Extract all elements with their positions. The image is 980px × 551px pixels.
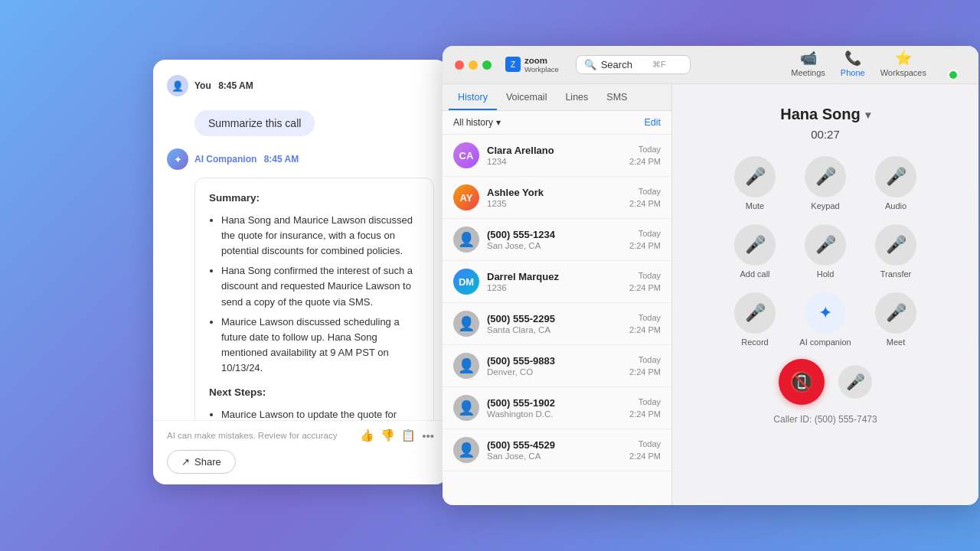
call-number: Denver, CO (487, 367, 622, 377)
tab-voicemail[interactable]: Voicemail (497, 84, 557, 110)
active-call-pane: Hana Song ▾ 00:27 🎤 Mute 🎤 Keypad 🎤 Audi… (672, 84, 978, 505)
call-time: Today2:24 PM (629, 227, 661, 253)
record-button[interactable]: 🎤 Record (728, 292, 782, 347)
add-call-label: Add call (740, 269, 769, 279)
summary-item-2: Hana Song confirmed the interest of such… (221, 263, 420, 309)
mute-label: Mute (746, 201, 764, 210)
tab-sms[interactable]: SMS (597, 84, 636, 110)
call-name: Darrel Marquez (487, 271, 622, 282)
filter-row: All history ▾ Edit (443, 111, 671, 135)
avatar: AY (453, 184, 479, 210)
nav-tab-workspaces[interactable]: ⭐ Workspaces (880, 50, 926, 80)
summary-list: Hana Song and Maurice Lawson discussed t… (209, 213, 420, 376)
share-button[interactable]: ↗ Share (167, 450, 236, 474)
add-call-button[interactable]: 🎤 Add call (728, 224, 782, 279)
workspaces-label: Workspaces (880, 68, 926, 77)
ai-companion-button[interactable]: ✦ AI companion (799, 292, 852, 347)
search-icon: 🔍 (584, 59, 596, 70)
call-number: San Jose, CA (487, 452, 622, 461)
close-button[interactable] (455, 60, 464, 70)
call-name: Clara Arellano (487, 145, 622, 156)
footer-disclaimer-row: AI can make mistakes. Review for accurac… (167, 429, 434, 442)
caller-name: Hana Song (780, 106, 860, 123)
zoom-logo-sub: Workplace (524, 65, 559, 73)
call-item[interactable]: DM Darrel Marquez 1236 Today2:24 PM (443, 261, 671, 303)
avatar: 👤 (453, 395, 479, 421)
all-history-filter[interactable]: All history ▾ (453, 117, 501, 128)
maximize-button[interactable] (482, 60, 492, 70)
call-item[interactable]: 👤 (500) 555-4529 San Jose, CA Today2:24 … (443, 429, 671, 471)
call-list-pane: History Voicemail Lines SMS All history … (443, 84, 672, 505)
chat-footer: AI can make mistakes. Review for accurac… (153, 420, 448, 484)
record-icon: 🎤 (734, 292, 776, 334)
call-item[interactable]: 👤 (500) 555-1234 San Jose, CA Today2:24 … (443, 219, 671, 261)
ai-avatar: ✦ (167, 148, 188, 170)
thumbs-up-icon[interactable]: 👍 (360, 429, 374, 442)
search-kbd: ⌘F (652, 60, 666, 70)
user-time: 8:45 AM (218, 80, 253, 91)
nextstep-item-1: Maurice Lawson to update the quote for c… (221, 407, 420, 420)
avatar: CA (453, 142, 479, 168)
call-number: 1236 (487, 283, 622, 292)
copy-icon[interactable]: 📋 (401, 429, 416, 442)
call-duration: 00:27 (811, 128, 840, 141)
call-time: Today2:24 PM (629, 354, 661, 379)
avatar: DM (453, 269, 479, 295)
transfer-icon: 🎤 (875, 224, 916, 266)
nextsteps-list: Maurice Lawson to update the quote for c… (209, 407, 420, 420)
share-icon: ↗ (181, 456, 190, 468)
avatar: 👤 (453, 311, 479, 337)
phone-label: Phone (841, 68, 865, 77)
summary-item-1: Hana Song and Maurice Lawson discussed t… (221, 213, 420, 259)
more-icon[interactable]: ••• (422, 429, 434, 442)
audio-button[interactable]: 🎤 Audio (869, 156, 923, 210)
ai-time: 8:45 AM (264, 154, 299, 165)
minimize-button[interactable] (469, 60, 478, 70)
chat-panel: 👤 You 8:45 AM Summarize this call ✦ AI C… (153, 60, 448, 484)
zoom-logo: Z zoom Workplace (505, 56, 559, 74)
keypad-button[interactable]: 🎤 Keypad (799, 156, 852, 210)
search-bar[interactable]: 🔍 Search ⌘F (576, 55, 691, 74)
footer-action-icons: 👍 👎 📋 ••• (360, 429, 434, 442)
end-call-row: 📵 🎤 (779, 359, 872, 405)
call-name: Ashlee York (487, 187, 622, 198)
end-call-button[interactable]: 📵 (779, 359, 825, 405)
call-item[interactable]: 👤 (500) 555-2295 Santa Clara, CA Today2:… (443, 303, 671, 345)
call-number: 1235 (487, 199, 622, 208)
zoom-logo-icon: Z (505, 57, 521, 72)
titlebar: Z zoom Workplace 🔍 Search ⌘F 📹 Meetings … (443, 46, 978, 84)
user-avatar: 👤 (167, 75, 188, 96)
caller-name-row: Hana Song ▾ (780, 106, 870, 123)
nav-tab-meetings[interactable]: 📹 Meetings (791, 50, 825, 80)
call-item[interactable]: AY Ashlee York 1235 Today2:24 PM (443, 177, 671, 219)
tab-lines[interactable]: Lines (556, 84, 597, 110)
caller-id: Caller ID: (500) 555-7473 (773, 414, 877, 425)
list-tabs: History Voicemail Lines SMS (443, 84, 671, 111)
call-number: 1234 (487, 157, 622, 166)
call-item[interactable]: 👤 (500) 555-9883 Denver, CO Today2:24 PM (443, 345, 671, 387)
meet-button[interactable]: 🎤 Meet (869, 292, 923, 347)
call-name: (500) 555-9883 (487, 355, 622, 367)
call-item[interactable]: CA Clara Arellano 1234 Today2:24 PM (443, 135, 671, 177)
call-list: CA Clara Arellano 1234 Today2:24 PM AY A… (443, 135, 671, 505)
meetings-icon: 📹 (800, 50, 817, 67)
user-message-row: 👤 You 8:45 AM (167, 75, 434, 96)
thumbs-down-icon[interactable]: 👎 (381, 429, 395, 442)
hold-button[interactable]: 🎤 Hold (799, 224, 852, 279)
chevron-down-icon: ▾ (865, 109, 871, 121)
tab-history[interactable]: History (449, 84, 497, 110)
microphone-button[interactable]: 🎤 (838, 365, 872, 399)
call-time: Today2:24 PM (629, 185, 661, 210)
call-item[interactable]: 👤 (500) 555-1902 Washington D.C. Today2:… (443, 387, 671, 429)
meet-label: Meet (887, 337, 905, 347)
summary-item-3: Maurice Lawson discussed scheduling a fu… (221, 315, 420, 377)
ai-companion-label: AI companion (799, 337, 851, 347)
ai-info: AI Companion 8:45 AM (194, 154, 303, 165)
mute-button[interactable]: 🎤 Mute (728, 156, 782, 210)
call-time: Today2:24 PM (629, 143, 661, 168)
phone-icon: 📞 (844, 50, 861, 67)
nav-tab-phone[interactable]: 📞 Phone (841, 50, 865, 80)
edit-button[interactable]: Edit (644, 117, 661, 128)
transfer-button[interactable]: 🎤 Transfer (869, 224, 923, 279)
call-name: (500) 555-1902 (487, 397, 622, 409)
